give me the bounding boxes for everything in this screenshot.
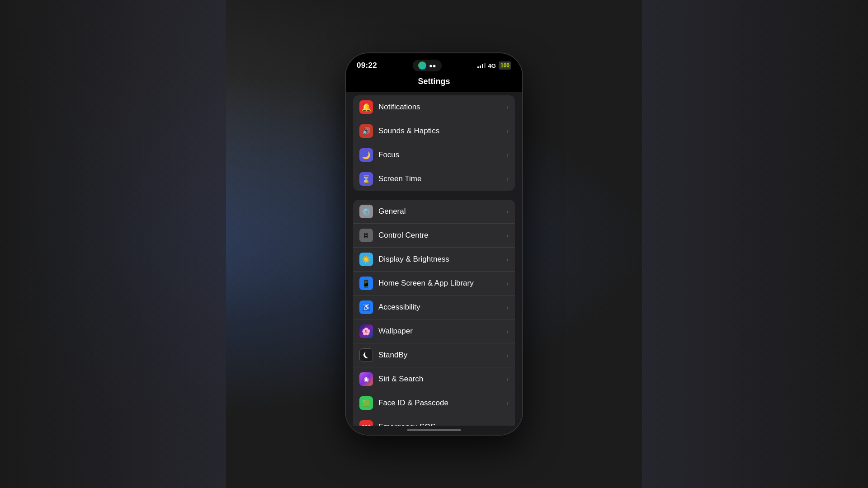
general-label: General xyxy=(378,207,506,216)
settings-group-1: 🔔 Notifications › 🔊 Sounds & Haptics › 🌙… xyxy=(353,95,515,191)
battery-indicator: 100 xyxy=(499,61,511,70)
face-id-icon: 🟩 xyxy=(359,396,373,410)
signal-bar-3 xyxy=(482,64,483,68)
settings-row-sounds[interactable]: 🔊 Sounds & Haptics › xyxy=(353,119,515,143)
standby-chevron: › xyxy=(506,352,509,359)
screen-time-chevron: › xyxy=(506,175,509,183)
dynamic-island: ●● xyxy=(413,60,442,71)
notifications-icon: 🔔 xyxy=(359,100,373,114)
control-centre-icon: 🎛 xyxy=(359,229,373,242)
accessibility-label: Accessibility xyxy=(378,303,506,312)
display-chevron: › xyxy=(506,256,509,263)
general-icon: ⚙️ xyxy=(359,205,373,218)
focus-label: Focus xyxy=(378,150,506,160)
control-centre-label: Control Centre xyxy=(378,231,506,240)
home-screen-label: Home Screen & App Library xyxy=(378,279,506,288)
siri-chevron: › xyxy=(506,375,509,383)
signal-bar-1 xyxy=(477,66,479,68)
settings-row-standby[interactable]: ⏾ StandBy › xyxy=(353,343,515,367)
wallpaper-chevron: › xyxy=(506,328,509,335)
display-icon: ☀️ xyxy=(359,253,373,266)
scroll-bar xyxy=(407,429,461,431)
phone-frame: 09:22 ●● 4G 100 Settings xyxy=(346,53,522,435)
display-label: Display & Brightness xyxy=(378,255,506,264)
focus-chevron: › xyxy=(506,151,509,159)
screen-time-label: Screen Time xyxy=(378,174,506,183)
home-screen-icon: 📱 xyxy=(359,277,373,290)
signal-bar-4 xyxy=(484,63,486,68)
status-right: 4G 100 xyxy=(477,61,511,70)
sounds-chevron: › xyxy=(506,127,509,135)
siri-label: Siri & Search xyxy=(378,375,506,384)
sounds-label: Sounds & Haptics xyxy=(378,127,506,136)
settings-scroll[interactable]: 🔔 Notifications › 🔊 Sounds & Haptics › 🌙… xyxy=(346,92,522,426)
general-chevron: › xyxy=(506,208,509,215)
notifications-chevron: › xyxy=(506,103,509,111)
settings-row-general[interactable]: ⚙️ General › xyxy=(353,200,515,224)
network-type: 4G xyxy=(488,62,496,69)
settings-row-face-id[interactable]: 🟩 Face ID & Passcode › xyxy=(353,391,515,415)
screen-time-icon: ⌛ xyxy=(359,172,373,186)
status-time: 09:22 xyxy=(357,61,377,70)
scroll-indicator xyxy=(346,426,522,435)
wallpaper-icon: 🌸 xyxy=(359,324,373,338)
wallpaper-label: Wallpaper xyxy=(378,327,506,336)
settings-row-emergency-sos[interactable]: SOS Emergency SOS › xyxy=(353,415,515,426)
settings-row-home-screen[interactable]: 📱 Home Screen & App Library › xyxy=(353,272,515,296)
siri-icon: ◉ xyxy=(359,372,373,386)
emergency-sos-icon: SOS xyxy=(359,420,373,426)
left-blur-panel xyxy=(0,0,226,488)
notifications-label: Notifications xyxy=(378,103,506,112)
settings-group-2: ⚙️ General › 🎛 Control Centre › ☀️ Displ… xyxy=(353,200,515,426)
focus-icon: 🌙 xyxy=(359,148,373,162)
right-blur-panel xyxy=(642,0,868,488)
home-screen-chevron: › xyxy=(506,280,509,287)
settings-row-screen-time[interactable]: ⌛ Screen Time › xyxy=(353,167,515,191)
phone-screen: 09:22 ●● 4G 100 Settings xyxy=(346,53,522,435)
sounds-icon: 🔊 xyxy=(359,124,373,138)
signal-bar-2 xyxy=(480,66,481,68)
status-bar: 09:22 ●● 4G 100 xyxy=(346,53,522,75)
settings-row-display[interactable]: ☀️ Display & Brightness › xyxy=(353,248,515,272)
settings-row-notifications[interactable]: 🔔 Notifications › xyxy=(353,95,515,119)
settings-row-focus[interactable]: 🌙 Focus › xyxy=(353,143,515,167)
face-id-label: Face ID & Passcode xyxy=(378,399,506,408)
settings-row-accessibility[interactable]: ♿ Accessibility › xyxy=(353,296,515,319)
page-title: Settings xyxy=(418,77,450,86)
accessibility-icon: ♿ xyxy=(359,300,373,314)
settings-row-control-centre[interactable]: 🎛 Control Centre › xyxy=(353,224,515,248)
settings-row-siri[interactable]: ◉ Siri & Search › xyxy=(353,367,515,391)
control-centre-chevron: › xyxy=(506,232,509,239)
settings-title-bar: Settings xyxy=(346,75,522,92)
battery-level: 100 xyxy=(500,62,509,69)
active-app-label: ●● xyxy=(429,62,436,69)
standby-icon: ⏾ xyxy=(359,348,373,362)
signal-bars xyxy=(477,63,486,68)
standby-label: StandBy xyxy=(378,351,506,360)
emergency-sos-label: Emergency SOS xyxy=(378,422,506,426)
active-app-icon xyxy=(418,61,426,70)
settings-row-wallpaper[interactable]: 🌸 Wallpaper › xyxy=(353,319,515,343)
accessibility-chevron: › xyxy=(506,304,509,311)
face-id-chevron: › xyxy=(506,399,509,407)
